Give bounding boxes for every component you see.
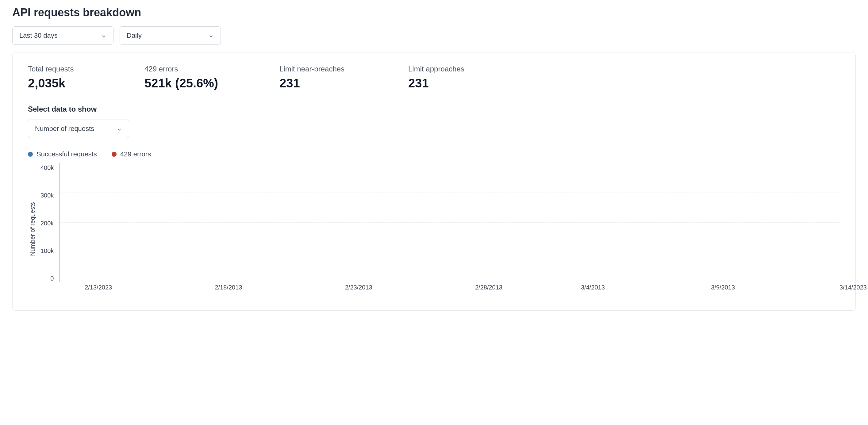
breakdown-card: Total requests 2,035k 429 errors 521k (2… (12, 52, 856, 310)
controls-row: Last 30 days Daily (12, 26, 856, 45)
x-tick-label: 3/14/2023 (839, 284, 867, 291)
chevron-down-icon (117, 126, 122, 132)
x-tick-label: 2/23/2013 (345, 284, 372, 291)
y-tick-label: 100k (40, 248, 54, 255)
date-range-value: Last 30 days (19, 32, 58, 39)
stat-total-requests: Total requests 2,035k (28, 65, 107, 90)
legend-label: Successful requests (36, 150, 97, 158)
y-tick-label: 0 (50, 275, 54, 282)
granularity-value: Daily (127, 32, 142, 39)
chevron-down-icon (208, 33, 214, 38)
x-tick-label: 2/13/2023 (85, 284, 112, 291)
legend-label: 429 errors (120, 150, 151, 158)
stat-label: Limit near-breaches (279, 65, 371, 73)
page-title: API requests breakdown (12, 6, 856, 19)
stat-label: Limit approaches (408, 65, 464, 73)
chart: Number of requests 400k300k200k100k0 2/1… (28, 163, 840, 295)
data-metric-value: Number of requests (35, 125, 94, 133)
x-tick-label: 3/9/2013 (711, 284, 735, 291)
stat-value: 2,035k (28, 76, 107, 90)
data-metric-select[interactable]: Number of requests (28, 120, 129, 138)
x-tick-label: 2/28/2013 (475, 284, 502, 291)
stat-label: 429 errors (145, 65, 243, 73)
stat-limit-near-breaches: Limit near-breaches 231 (279, 65, 371, 90)
y-tick-label: 300k (40, 192, 54, 199)
chart-legend: Successful requests 429 errors (28, 150, 840, 158)
x-tick-label: 2/18/2013 (215, 284, 242, 291)
stats-row: Total requests 2,035k 429 errors 521k (2… (28, 65, 840, 90)
legend-dot-icon (28, 152, 33, 157)
y-axis-title: Number of requests (28, 202, 37, 256)
granularity-select[interactable]: Daily (120, 26, 221, 45)
legend-item-success: Successful requests (28, 150, 97, 158)
data-selector-label: Select data to show (28, 105, 840, 113)
stat-429-errors: 429 errors 521k (25.6%) (145, 65, 243, 90)
y-tick-label: 200k (40, 220, 54, 227)
stat-value: 231 (279, 76, 371, 90)
stat-label: Total requests (28, 65, 107, 73)
y-axis: 400k300k200k100k0 (40, 163, 56, 292)
plot-area (59, 163, 840, 282)
stat-value: 521k (25.6%) (145, 76, 243, 90)
y-tick-label: 400k (40, 164, 54, 171)
stat-limit-approaches: Limit approaches 231 (408, 65, 464, 90)
legend-item-errors: 429 errors (112, 150, 151, 158)
stat-value: 231 (408, 76, 464, 90)
date-range-select[interactable]: Last 30 days (12, 26, 114, 45)
chevron-down-icon (101, 33, 106, 38)
legend-dot-icon (112, 152, 117, 157)
x-axis: 2/13/20232/18/20132/23/20132/28/20133/4/… (59, 284, 840, 295)
x-tick-label: 3/4/2013 (581, 284, 605, 291)
